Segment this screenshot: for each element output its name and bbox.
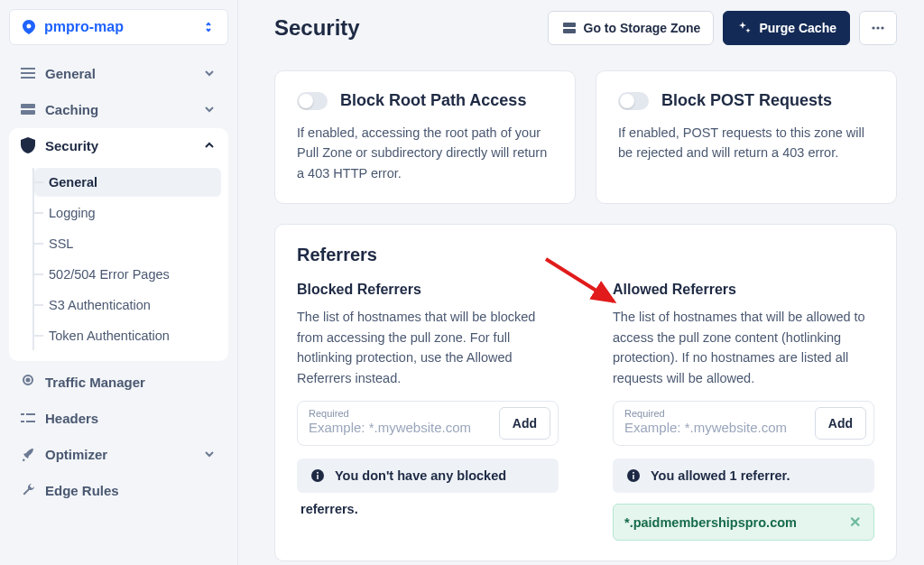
- svg-point-15: [881, 26, 883, 29]
- remove-referrer-button[interactable]: ✕: [847, 514, 863, 531]
- page-title: Security: [274, 15, 360, 41]
- sidebar-item-traffic[interactable]: Traffic Manager: [9, 365, 228, 399]
- allowed-add-button[interactable]: Add: [815, 407, 866, 440]
- svg-rect-17: [317, 475, 319, 479]
- select-chevrons-icon: [200, 19, 217, 35]
- allowed-referrer-chip: *.paidmembershipspro.com ✕: [613, 504, 874, 541]
- blocked-input-row: Required Add: [297, 401, 559, 446]
- rocket-icon: [20, 446, 36, 462]
- shield-icon: [20, 137, 36, 153]
- blocked-title: Blocked Referrers: [297, 282, 559, 298]
- block-root-desc: If enabled, accessing the root path of y…: [297, 123, 553, 183]
- list-icon: [20, 65, 36, 81]
- sidebar-item-general[interactable]: General: [9, 56, 228, 90]
- wrench-icon: [20, 482, 36, 498]
- purge-cache-button[interactable]: Purge Cache: [723, 11, 850, 45]
- svg-point-18: [317, 472, 319, 474]
- block-post-title: Block POST Requests: [661, 91, 832, 110]
- storage-zone-button[interactable]: Go to Storage Zone: [548, 11, 715, 45]
- svg-point-21: [633, 472, 634, 474]
- location-icon: [20, 374, 36, 390]
- block-root-title: Block Root Path Access: [340, 91, 526, 110]
- allowed-input-row: Required Add: [613, 401, 874, 446]
- sidebar-item-optimizer[interactable]: Optimizer: [9, 437, 228, 471]
- headers-icon: [20, 410, 36, 426]
- subnav-error-pages[interactable]: 502/504 Error Pages: [34, 260, 221, 289]
- chevron-down-icon: [201, 65, 217, 81]
- subnav-token-auth[interactable]: Token Authentication: [34, 321, 221, 350]
- info-icon: [625, 468, 642, 484]
- subnav-s3-auth[interactable]: S3 Authentication: [34, 291, 221, 320]
- svg-rect-11: [563, 23, 576, 27]
- svg-rect-3: [21, 104, 35, 108]
- chevron-down-icon: [201, 101, 217, 117]
- sidebar-item-headers[interactable]: Headers: [9, 401, 228, 435]
- blocked-add-button[interactable]: Add: [499, 407, 550, 440]
- svg-rect-12: [563, 29, 576, 33]
- chevron-down-icon: [201, 446, 217, 462]
- storage-icon: [561, 20, 578, 36]
- blocked-input-label: Required: [309, 408, 349, 419]
- referrers-card: Referrers Blocked Referrers The list of …: [274, 224, 897, 561]
- allowed-input-label: Required: [624, 408, 665, 419]
- svg-point-13: [872, 26, 874, 29]
- subnav-ssl[interactable]: SSL: [34, 229, 221, 258]
- sidebar-item-security[interactable]: Security: [9, 128, 228, 162]
- allowed-desc: The list of hostnames that will be allow…: [613, 307, 874, 388]
- subnav-general[interactable]: General: [34, 168, 221, 197]
- referrers-title: Referrers: [297, 245, 874, 265]
- subnav-logging[interactable]: Logging: [34, 199, 221, 227]
- svg-point-14: [876, 26, 879, 29]
- block-post-card: Block POST Requests If enabled, POST req…: [596, 70, 897, 204]
- dots-icon: [870, 20, 886, 36]
- sidebar-item-edge-rules[interactable]: Edge Rules: [9, 473, 228, 507]
- block-post-desc: If enabled, POST requests to this zone w…: [618, 123, 874, 163]
- allowed-referrer-value: *.paidmembershipspro.com: [624, 515, 797, 530]
- more-menu-button[interactable]: [859, 11, 897, 45]
- sidebar-item-caching[interactable]: Caching: [9, 92, 228, 126]
- allowed-title: Allowed Referrers: [613, 282, 874, 298]
- blocked-status: You don't have any blocked: [297, 458, 559, 493]
- chevron-up-icon: [201, 137, 217, 153]
- zone-name: pmpro-map: [44, 19, 124, 35]
- block-root-card: Block Root Path Access If enabled, acces…: [274, 70, 576, 204]
- zone-picker[interactable]: pmpro-map: [9, 9, 228, 45]
- info-icon: [310, 468, 326, 484]
- svg-rect-4: [21, 110, 35, 115]
- location-pin-icon: [21, 19, 37, 35]
- block-post-toggle[interactable]: [618, 92, 649, 110]
- svg-rect-20: [633, 475, 634, 479]
- block-root-toggle[interactable]: [297, 92, 328, 110]
- blocked-desc: The list of hostnames that will be block…: [297, 307, 559, 388]
- blocked-status-b: referrers.: [297, 493, 559, 516]
- database-icon: [20, 101, 36, 117]
- allowed-status: You allowed 1 referrer.: [613, 458, 874, 493]
- magic-icon: [736, 20, 753, 36]
- svg-point-6: [27, 379, 30, 382]
